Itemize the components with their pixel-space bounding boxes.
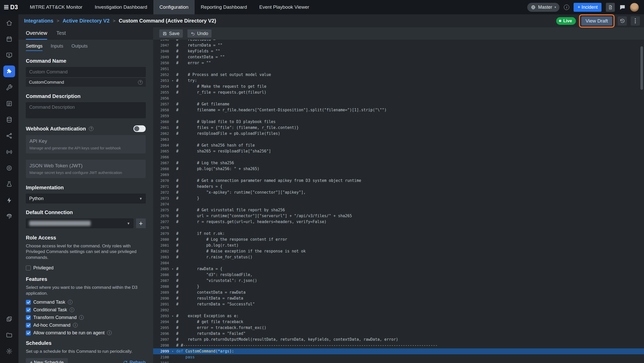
code-line[interactable]: 2077# r = requests.get(url=url, headers=… [153,219,644,225]
code-line[interactable]: 2049# contextData = "" [153,54,644,60]
feature-option-conditional-task[interactable]: Conditional Taski [26,306,146,314]
rail-broadcast-icon[interactable] [3,146,15,158]
version-history-button[interactable] [618,16,627,26]
code-line[interactable]: 2056 [153,95,644,101]
code-line[interactable]: 2082# # Raise exception if the response … [153,248,644,254]
feature-option-transform-command[interactable]: Transform Commandi [26,314,146,321]
checkbox-checked[interactable] [26,307,31,312]
tab-overview[interactable]: Overview [26,27,47,40]
help-icon[interactable]: ? [89,126,93,131]
code-line[interactable]: 2097# return pb.returnOutputModel(result… [153,337,644,343]
feature-option-allow-command-to-be-run-on-agent[interactable]: Allow command to be run on agenti [26,329,146,337]
privileged-checkbox[interactable] [26,266,31,270]
info-icon[interactable]: i [68,300,72,304]
command-name-input[interactable] [26,67,146,77]
code-line[interactable]: 2098# #---------------------------------… [153,343,644,348]
chat-button[interactable] [619,4,626,10]
code-line[interactable]: 2058# filename = r_file.headers["Content… [153,107,644,113]
default-connection-select[interactable]: ▼ [26,218,133,228]
code-line[interactable]: 2083# r.raise_for_status() [153,254,644,260]
rail-playbook-icon[interactable] [3,49,15,61]
code-line[interactable]: 2065# sha265 = resUploadFile["sha256"] [153,148,644,154]
implementation-select[interactable]: Python ▼ [26,194,146,203]
privileged-checkbox-row[interactable]: Privileged [26,264,146,272]
breadcrumb-item[interactable]: Integrations [24,18,53,24]
code-line[interactable]: 2070# # Get a connection parameter named… [153,178,644,184]
feature-option-ad-hoc-command[interactable]: Ad-hoc Commandi [26,321,146,329]
subtab-outputs[interactable]: Outputs [71,42,88,51]
info-icon[interactable]: i [79,315,84,320]
subtab-inputs[interactable]: Inputs [51,42,63,51]
rail-home-icon[interactable] [3,17,15,29]
checkbox-checked[interactable] [26,331,31,335]
code-line[interactable]: 2087# "virustotal": r.json() [153,278,644,284]
report-document-button[interactable] [606,3,615,12]
code-line[interactable]: 2053▾# try: [153,78,644,84]
editor-scrollbar-thumb[interactable] [640,46,643,90]
nav-item-mitre-att-ck-monitor[interactable]: MITRE ATT&CK Monitor [24,0,89,14]
code-line[interactable]: 2100 pass [153,354,644,360]
code-line[interactable]: 2067# # Log the sha256 [153,160,644,166]
code-line[interactable]: 2085▾# rawData = { [153,266,644,272]
code-line[interactable]: 2047# returnData = "" [153,42,644,48]
info-icon[interactable]: i [107,331,112,335]
code-line[interactable]: 2081# pb.log(r.text) [153,243,644,248]
code-line[interactable]: 2051 [153,66,644,72]
code-line[interactable]: 2063 [153,137,644,142]
code-line[interactable]: 2084 [153,260,644,266]
undo-button[interactable]: Undo [187,29,212,38]
code-line[interactable]: 2093▾# except Exception as e: [153,313,644,319]
code-line[interactable]: 2060# # Upload file to D3 playbook files [153,119,644,125]
code-line[interactable]: 2074 [153,201,644,207]
nav-item-event-playbook-viewer[interactable]: Event Playbook Viewer [253,0,315,14]
code-line[interactable]: 2054# # Make the request to get file [153,84,644,90]
code-line[interactable]: 2050# error = "" [153,60,644,66]
code-line[interactable]: 2052# # Process and set output model val… [153,72,644,78]
rail-apps-icon[interactable] [3,313,15,325]
code-line[interactable]: 2076# url = runtime["connector"]["server… [153,213,644,219]
code-line[interactable]: 2075# # Get virustotal file report by sh… [153,207,644,213]
code-line[interactable]: 2079# if not r.ok: [153,231,644,237]
checkbox-checked[interactable] [26,315,31,320]
code-line[interactable]: 2066 [153,154,644,160]
new-incident-button[interactable]: + Incident [574,3,601,12]
rail-calendar-icon[interactable] [3,33,15,45]
code-line[interactable]: 2072# "x-apikey": runtime["connector"]["… [153,190,644,195]
save-button[interactable]: Save [159,29,183,38]
rail-lab-icon[interactable] [3,178,15,190]
rail-fingerprint-icon[interactable] [3,211,15,222]
rail-settings-icon[interactable] [3,345,15,357]
help-icon[interactable]: ? [138,80,143,85]
tab-test[interactable]: Test [56,27,66,40]
command-description-input[interactable] [26,102,146,118]
code-line[interactable]: 2086# "d3": resUploadFile, [153,272,644,278]
code-line[interactable]: 2064# # Get sha256 hash of file [153,142,644,148]
code-line[interactable]: 2062# resUploadFile = pb.uploadFile(file… [153,131,644,137]
nav-item-configuration[interactable]: Configuration [153,0,195,14]
code-line[interactable]: 2059 [153,113,644,119]
checkbox-checked[interactable] [26,323,31,328]
code-line[interactable]: 2061# files = {"file": (filename, r_file… [153,125,644,131]
breadcrumb-item[interactable]: Active Directory V2 [62,18,109,24]
new-schedule-button[interactable]: + New Schedule [26,358,68,363]
rail-database-icon[interactable] [3,114,15,126]
rail-connections-icon[interactable] [3,130,15,142]
code-area[interactable]: 2046# resultData = ""2047# returnData = … [153,40,644,363]
code-line[interactable]: 2057# # Get filename [153,101,644,107]
code-line[interactable]: 2073# } [153,195,644,201]
webhook-auth-toggle[interactable] [133,125,146,132]
code-line[interactable]: 2069 [153,172,644,178]
add-connection-button[interactable]: + [136,218,146,228]
nav-item-reporting-dashboard[interactable]: Reporting Dashboard [195,0,253,14]
subtab-settings[interactable]: Settings [26,42,43,51]
code-line[interactable]: 2092 [153,307,644,313]
feature-option-command-task[interactable]: Command Taski [26,298,146,306]
code-line[interactable]: 2048# keyFields = "" [153,48,644,54]
user-avatar[interactable] [630,3,639,12]
code-line[interactable]: 2046# resultData = "" [153,40,644,42]
code-line[interactable]: 2090# resultData = rawData [153,295,644,301]
code-line[interactable]: 2095# error = traceback.format_exc() [153,325,644,331]
info-icon[interactable]: i [564,5,569,10]
code-line[interactable]: 2068# pb.log("sha256: " + sha265) [153,166,644,172]
code-line[interactable]: 2088# } [153,284,644,290]
